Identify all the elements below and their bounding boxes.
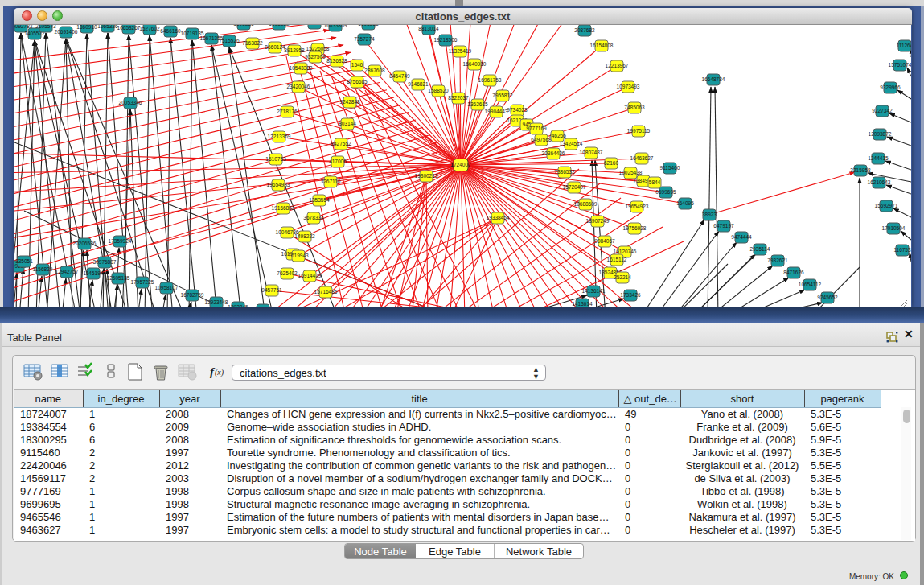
svg-text:1244415: 1244415 <box>868 155 889 161</box>
svg-text:16640910: 16640910 <box>463 61 487 67</box>
svg-text:16120746: 16120746 <box>614 249 637 254</box>
svg-text:17010504: 17010504 <box>882 225 906 231</box>
svg-text:7386532: 7386532 <box>554 169 575 175</box>
svg-text:20206536: 20206536 <box>73 241 97 246</box>
svg-text:10958107: 10958107 <box>155 285 179 290</box>
svg-text:1065326: 1065326 <box>97 25 118 29</box>
svg-text:7485063: 7485063 <box>624 105 645 110</box>
svg-text:164095: 164095 <box>676 200 694 206</box>
svg-text:1603381: 1603381 <box>233 25 254 27</box>
svg-text:19975115: 19975115 <box>627 128 651 134</box>
svg-text:1353554: 1353554 <box>309 197 330 203</box>
svg-text:5844: 5844 <box>649 179 661 185</box>
svg-text:7932621: 7932621 <box>767 257 788 263</box>
svg-text:9227342: 9227342 <box>872 108 893 113</box>
svg-text:1413614: 1413614 <box>572 301 593 307</box>
svg-text:17957225: 17957225 <box>131 279 154 285</box>
svg-text:746266: 746266 <box>548 133 566 138</box>
svg-text:1615112: 1615112 <box>607 257 627 262</box>
svg-text:335051: 335051 <box>15 258 33 264</box>
svg-text:1498222: 1498222 <box>294 233 315 239</box>
svg-text:16154808: 16154808 <box>590 43 614 48</box>
svg-text:1724007: 1724007 <box>450 162 471 167</box>
svg-text:15751074: 15751074 <box>889 62 911 68</box>
svg-text:15716485: 15716485 <box>314 289 338 295</box>
svg-text:9329966: 9329966 <box>880 84 901 90</box>
svg-text:12923448: 12923448 <box>205 299 228 305</box>
svg-text:12093872: 12093872 <box>869 131 892 137</box>
svg-text:62160: 62160 <box>604 160 618 166</box>
svg-text:8660124: 8660124 <box>265 44 285 50</box>
svg-text:23420046: 23420046 <box>287 84 310 89</box>
svg-text:3215958: 3215958 <box>850 167 871 173</box>
svg-text:12213369: 12213369 <box>268 134 291 139</box>
svg-text:1546: 1546 <box>351 62 363 68</box>
svg-text:9327509: 9327509 <box>305 54 326 60</box>
svg-text:(x): (x) <box>215 368 224 377</box>
svg-text:15692971: 15692971 <box>875 203 898 208</box>
svg-text:13424514: 13424514 <box>560 141 583 146</box>
svg-text:17359924: 17359924 <box>109 238 132 244</box>
svg-text:7625402: 7625402 <box>277 270 298 276</box>
svg-text:19654923: 19654923 <box>626 204 649 209</box>
svg-text:111264: 111264 <box>897 43 911 48</box>
svg-text:2867608: 2867608 <box>364 68 385 73</box>
svg-text:19756928: 19756928 <box>623 225 647 231</box>
svg-text:10025438: 10025438 <box>619 170 643 175</box>
svg-text:15720407: 15720407 <box>563 184 586 190</box>
svg-text:12213967: 12213967 <box>606 63 629 68</box>
svg-text:0699695: 0699695 <box>655 189 676 195</box>
svg-text:2105573: 2105573 <box>35 25 56 29</box>
svg-text:1860910: 1860910 <box>76 25 97 30</box>
svg-text:1156829: 1156829 <box>33 266 53 272</box>
svg-text:1362615: 1362615 <box>467 101 488 107</box>
svg-text:9734023: 9734023 <box>507 107 528 113</box>
svg-text:15226058: 15226058 <box>306 46 330 51</box>
svg-text:7515526: 7515526 <box>219 38 240 43</box>
svg-text:1608381: 1608381 <box>358 25 379 27</box>
svg-text:9777169: 9777169 <box>526 126 547 131</box>
svg-text:16961758: 16961758 <box>478 77 502 83</box>
svg-text:1733426: 1733426 <box>620 292 641 298</box>
svg-text:16914479: 16914479 <box>298 273 322 278</box>
svg-text:19338454: 19338454 <box>487 215 510 220</box>
svg-text:16463627: 16463627 <box>630 155 654 161</box>
svg-text:19218506: 19218506 <box>434 37 458 43</box>
svg-text:8454749: 8454749 <box>389 73 410 79</box>
svg-text:30975887: 30975887 <box>93 259 117 265</box>
svg-text:14136141: 14136141 <box>582 288 606 294</box>
svg-text:8912958: 8912958 <box>284 47 305 53</box>
svg-text:8471626: 8471626 <box>783 270 804 275</box>
svg-text:19654933: 19654933 <box>267 182 290 187</box>
svg-text:8813014: 8813014 <box>418 26 439 31</box>
svg-text:9474444: 9474444 <box>731 234 752 240</box>
svg-text:1527602: 1527602 <box>139 26 160 31</box>
svg-text:7357274: 7357274 <box>354 36 375 42</box>
svg-text:2718176: 2718176 <box>277 109 298 114</box>
svg-text:16033809: 16033809 <box>324 25 347 28</box>
svg-text:16782759: 16782759 <box>181 292 204 298</box>
svg-text:10688609: 10688609 <box>574 201 598 207</box>
svg-text:9245652: 9245652 <box>817 295 838 300</box>
svg-text:8756685: 8756685 <box>347 79 368 84</box>
svg-text:1145194: 1145194 <box>84 270 104 276</box>
svg-text:16210643: 16210643 <box>868 179 891 185</box>
svg-text:19904443: 19904443 <box>485 109 508 114</box>
svg-text:9457751: 9457751 <box>261 287 282 293</box>
svg-text:2087682: 2087682 <box>574 27 595 33</box>
svg-text:9146821: 9146821 <box>408 81 429 87</box>
svg-text:8136328: 8136328 <box>326 58 347 64</box>
svg-text:9984067: 9984067 <box>594 238 615 244</box>
svg-text:10807487: 10807487 <box>580 150 603 155</box>
svg-text:3267110: 3267110 <box>321 179 341 184</box>
svg-text:116753: 116753 <box>893 247 911 253</box>
svg-text:417006: 417006 <box>329 159 347 164</box>
svg-text:10653267: 10653267 <box>117 25 141 31</box>
svg-text:1610753: 1610753 <box>265 156 286 162</box>
svg-text:3678334: 3678334 <box>303 215 324 220</box>
svg-text:10973493: 10973493 <box>617 84 640 89</box>
svg-text:803144: 803144 <box>339 121 356 126</box>
svg-text:10654112: 10654112 <box>799 282 822 287</box>
svg-text:7955812: 7955812 <box>492 93 513 98</box>
svg-text:20364436: 20364436 <box>542 150 565 156</box>
